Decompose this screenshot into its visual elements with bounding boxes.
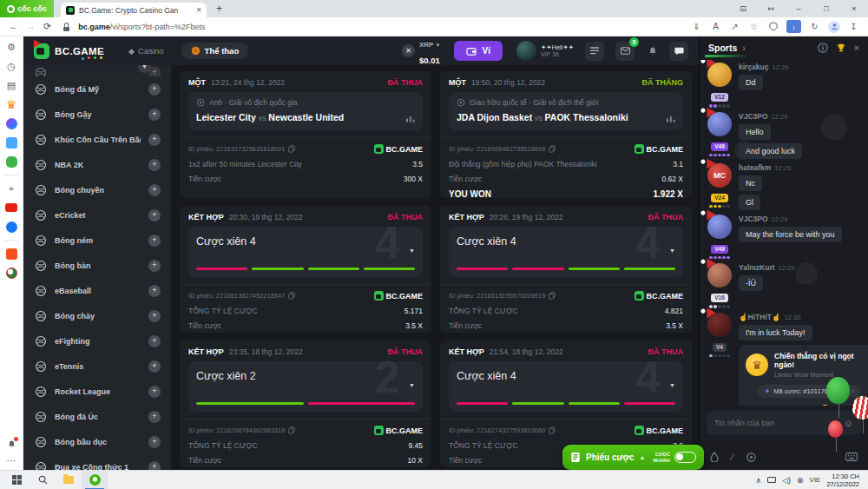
bcgame-logo-icon[interactable]	[34, 43, 49, 59]
chat-avatar[interactable]	[707, 215, 732, 239]
facebook-icon[interactable]	[5, 221, 17, 233]
chat-username[interactable]: ☝HiTHiT☝12:30	[739, 313, 861, 321]
chat-username[interactable]: VJC3PO12:29	[739, 112, 861, 121]
nav-casino[interactable]: ◆ Casino	[128, 46, 164, 56]
sidebar-expand-plus-icon[interactable]: +	[148, 285, 161, 297]
chat-toggle-button[interactable]	[669, 42, 688, 61]
network-display-icon[interactable]	[767, 477, 776, 483]
url-text[interactable]: bc.game/vi/sports?bt-path=%2Fbets	[78, 23, 205, 31]
sidebar-sport-item[interactable]: Rocket League +	[23, 379, 171, 404]
combo-expand-icon[interactable]: ▼	[669, 382, 675, 388]
forward-icon[interactable]: →	[26, 22, 36, 31]
history-icon[interactable]: ◷	[5, 60, 17, 72]
coccoc-taskbar-icon[interactable]	[82, 471, 108, 489]
user-profile[interactable]: ✦✦Hell✦✦ VIP 36	[516, 41, 574, 61]
close-button[interactable]: ×	[840, 0, 868, 17]
minimize-button[interactable]: –	[785, 0, 812, 17]
downloads-tray-icon[interactable]: ↧	[848, 21, 859, 32]
games-controller-icon[interactable]	[5, 155, 17, 168]
sidebar-sport-item[interactable]: Bóng đá Úc +	[23, 404, 171, 429]
sidebar-sport-item[interactable]: Bóng bầu dục +	[23, 429, 171, 454]
charts-app-icon[interactable]	[5, 136, 17, 149]
sidebar-expand-plus-icon[interactable]: +	[148, 436, 161, 448]
notifications-button[interactable]	[648, 46, 658, 56]
match-stats-icon[interactable]	[406, 115, 415, 122]
sidebar-expand-plus-icon[interactable]: +	[148, 260, 161, 272]
notifications-bell-icon[interactable]	[5, 438, 17, 450]
chat-avatar[interactable]	[707, 313, 732, 337]
save-to-device-icon[interactable]: ⇓	[691, 21, 702, 32]
sidebar-sport-item[interactable]: eTennis +	[23, 354, 171, 379]
maximize-button[interactable]: □	[812, 0, 840, 17]
copy-icon[interactable]	[549, 145, 556, 153]
settings-gear-icon[interactable]: ⚙	[5, 41, 17, 53]
currency-selector[interactable]: ✕ XRP ▼ $0.01	[402, 36, 441, 67]
inbox-button[interactable]: 5	[615, 42, 635, 61]
sidebar-sport-item[interactable]: Khúc Côn Cầu Trên Băng +	[23, 127, 171, 152]
chat-username[interactable]: hateafkm12:29	[739, 163, 861, 172]
volume-icon[interactable]: ◁)	[782, 476, 791, 485]
sidebar-expand-plus-icon[interactable]: +	[148, 360, 161, 373]
taskbar-search-icon[interactable]	[30, 471, 56, 489]
back-icon[interactable]: ←	[9, 22, 18, 31]
coin-tip-icon[interactable]	[746, 453, 756, 462]
sidebar-expand-plus-icon[interactable]: +	[148, 209, 161, 221]
send-to-device-icon[interactable]: ↤	[757, 0, 785, 17]
sidebar-expand-plus-icon[interactable]: +	[148, 83, 161, 96]
rewards-crown-icon[interactable]: ♛	[5, 98, 17, 110]
sidebar-sport-item[interactable]: eBaseball +	[23, 278, 171, 303]
betslip-button[interactable]: Phiếu cược ▲ CƯỢC NHANH	[562, 445, 704, 470]
copy-icon[interactable]	[288, 426, 295, 434]
sidebar-expand-plus-icon[interactable]: +	[148, 411, 161, 423]
messenger-icon[interactable]	[5, 117, 17, 129]
wallet-button[interactable]: Ví	[454, 41, 502, 61]
more-options-icon[interactable]: ⋯	[5, 454, 17, 466]
tray-status-icon[interactable]: ⊗	[797, 476, 804, 485]
nav-sports[interactable]: Thể thao	[181, 43, 249, 59]
quick-bet-toggle[interactable]	[674, 452, 696, 463]
start-button[interactable]	[3, 471, 30, 489]
new-tab-button[interactable]: +	[216, 3, 222, 14]
bcgame-logo-text[interactable]: BC.GAME	[55, 46, 104, 56]
sidebar-expand-plus-icon[interactable]: +	[148, 109, 161, 121]
sports-ball-icon[interactable]	[5, 267, 17, 279]
emoji-picker-icon[interactable]: ☺	[844, 418, 853, 428]
adblock-shield-icon[interactable]	[767, 21, 779, 32]
keyboard-language[interactable]: VIE	[810, 476, 821, 484]
sidebar-sport-item[interactable]: NBA 2K +	[23, 152, 171, 177]
sidebar-expand-plus-icon[interactable]: +	[148, 386, 161, 398]
bet-list-button[interactable]	[585, 42, 604, 61]
copy-icon[interactable]	[549, 292, 556, 300]
sidebar-sport-item[interactable]: Bóng đá Mỹ +	[23, 76, 171, 102]
copy-icon[interactable]	[288, 292, 295, 300]
sidebar-expand-plus-icon[interactable]: +	[148, 335, 161, 347]
bet-card[interactable]: KẾT HỢP 20:26, 19 thg 12, 2022 ĐÃ THUA C…	[440, 206, 692, 333]
match-stats-icon[interactable]	[667, 115, 675, 122]
browser-tab[interactable]: BC.Game: Crypto Casino Gan ×	[61, 3, 207, 17]
sidebar-expand-plus-icon[interactable]: +	[148, 235, 161, 247]
coccoc-brand[interactable]: cốc cốc	[0, 0, 54, 17]
chat-avatar[interactable]	[707, 63, 732, 87]
sidebar-sport-item[interactable]: Bóng bàn +	[23, 253, 171, 278]
taskbar-clock[interactable]: 12:30 CH 27/12/2022	[826, 472, 859, 488]
sidebar-expand-plus-icon[interactable]: +	[148, 310, 161, 322]
sidebar-expand-plus-icon[interactable]: +	[148, 159, 161, 171]
sidebar-sport-item[interactable]: eFighting +	[23, 328, 171, 354]
chat-room-chevron-icon[interactable]: ›	[742, 43, 746, 53]
chat-username[interactable]: YalnızKurt12:29	[739, 263, 861, 272]
sidebar-sport-item[interactable]: Bóng chày +	[23, 303, 171, 328]
add-shortcut-icon[interactable]: +	[5, 182, 17, 195]
tray-expand-icon[interactable]: ∧	[755, 476, 761, 485]
share-icon[interactable]: ↗	[729, 21, 740, 32]
copy-icon[interactable]	[549, 426, 556, 434]
reader-mode-icon[interactable]: ⊡	[729, 0, 757, 17]
sidebar-sport-item[interactable]: eCricket +	[23, 202, 171, 228]
sidebar-expand-plus-icon[interactable]: +	[148, 184, 161, 196]
chat-info-icon[interactable]	[818, 43, 828, 53]
bet-card[interactable]: KẾT HỢP 20:30, 19 thg 12, 2022 ĐÃ THUA C…	[180, 206, 431, 333]
chat-avatar[interactable]: MC	[707, 163, 732, 188]
shopping-app-icon[interactable]	[5, 248, 17, 260]
chat-username[interactable]: kirçakuç12:29	[739, 63, 861, 71]
browser-profile-icon[interactable]	[828, 21, 840, 33]
tab-close-icon[interactable]: ×	[196, 5, 201, 15]
